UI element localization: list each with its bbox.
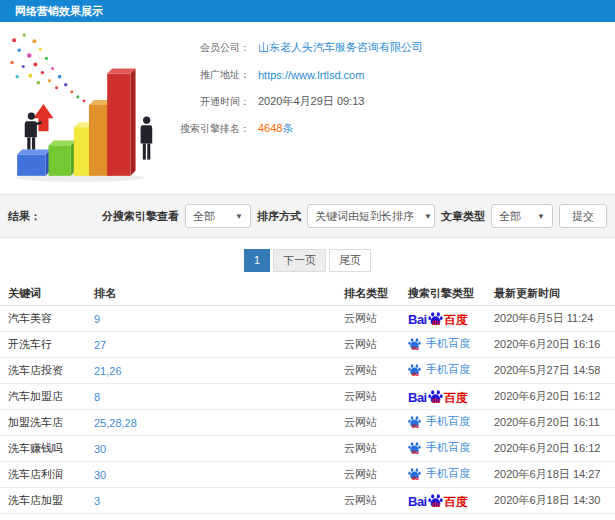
table-row: 洗车店投资21,26云网站du手机百度2020年5月27日 14:58 <box>0 358 615 384</box>
info-value: 2020年4月29日 09:13 <box>258 94 364 109</box>
engine-cell: Baidu百度 <box>400 311 486 326</box>
rank-cell[interactable]: 30 <box>86 443 336 455</box>
info-label: 推广地址： <box>172 68 250 82</box>
mobile-baidu-logo: du手机百度 <box>408 467 470 480</box>
info-row: 搜索引擎排名： 4648条 <box>172 115 607 142</box>
article-type-value: 全部 <box>499 209 521 224</box>
rank-type-cell: 云网站 <box>336 493 400 508</box>
mobile-baidu-logo: du手机百度 <box>408 337 470 350</box>
rank-cell[interactable]: 25,28,28 <box>86 417 336 429</box>
info-row: 会员公司： 山东老人头汽车服务咨询有限公司 <box>172 34 607 61</box>
table-row: 洗车店加盟3云网站Baidu百度2020年6月18日 14:30 <box>0 488 615 514</box>
baidu-paw-icon: du <box>408 415 421 428</box>
header-rank: 排名 <box>86 286 336 301</box>
growth-chart-illustration <box>4 26 176 188</box>
baidu-logo: Baidu百度 <box>408 311 468 326</box>
header-engine-type: 搜索引擎类型 <box>400 286 486 301</box>
rank-cell[interactable]: 3 <box>86 495 336 507</box>
bar-green <box>49 140 76 175</box>
baidu-logo-bai: Bai <box>408 313 427 326</box>
updated-cell: 2020年6月18日 14:30 <box>486 493 615 508</box>
baidu-logo-du: du <box>412 449 419 455</box>
filter-controls: 分搜索引擎查看 全部 ▼ 排序方式 关键词由短到长排序 ▼ 文章类型 全部 ▼ … <box>102 204 607 228</box>
table-header-row: 关键词 排名 排名类型 搜索引擎类型 最新更新时间 <box>0 282 615 306</box>
baidu-paw-icon: du <box>408 363 421 376</box>
info-section: 会员公司： 山东老人头汽车服务咨询有限公司 推广地址： https://www.… <box>0 22 615 194</box>
baidu-logo-du: du <box>432 397 441 404</box>
header-keyword: 关键词 <box>0 286 86 301</box>
info-row: 开通时间： 2020年4月29日 09:13 <box>172 88 607 115</box>
page-title: 网络营销效果展示 <box>15 4 103 19</box>
rank-cell[interactable]: 8 <box>86 391 336 403</box>
baidu-logo-du: du <box>432 501 441 508</box>
rank-type-cell: 云网站 <box>336 441 400 456</box>
keyword-cell: 汽车加盟店 <box>0 389 86 404</box>
rank-cell[interactable]: 27 <box>86 339 336 351</box>
rank-type-cell: 云网站 <box>336 363 400 378</box>
baidu-logo: Baidu百度 <box>408 389 468 404</box>
info-label: 开通时间： <box>172 95 250 109</box>
baidu-logo-du: du <box>412 423 419 429</box>
baidu-paw-icon: du <box>428 311 443 326</box>
baidu-logo: Baidu百度 <box>408 493 468 508</box>
last-page-button[interactable]: 尾页 <box>329 249 371 272</box>
submit-button[interactable]: 提交 <box>559 204 607 228</box>
rank-cell[interactable]: 21,26 <box>86 365 336 377</box>
rank-type-cell: 云网站 <box>336 415 400 430</box>
info-value[interactable]: https://www.lrtlsd.com <box>258 69 364 81</box>
updated-cell: 2020年6月20日 16:12 <box>486 389 615 404</box>
rank-cell[interactable]: 30 <box>86 469 336 481</box>
updated-cell: 2020年5月27日 14:58 <box>486 363 615 378</box>
page-button-current[interactable]: 1 <box>244 249 270 272</box>
title-bar: 网络营销效果展示 <box>0 0 615 22</box>
mobile-baidu-logo: du手机百度 <box>408 363 470 376</box>
updated-cell: 2020年6月18日 14:27 <box>486 467 615 482</box>
header-updated: 最新更新时间 <box>486 286 615 301</box>
info-label: 搜索引擎排名： <box>172 122 250 136</box>
engine-filter-label: 分搜索引擎查看 <box>102 209 179 224</box>
engine-cell: du手机百度 <box>400 467 486 482</box>
filter-bar: 结果： 分搜索引擎查看 全部 ▼ 排序方式 关键词由短到长排序 ▼ 文章类型 全… <box>0 194 615 238</box>
baidu-paw-icon: du <box>428 493 443 508</box>
info-value[interactable]: 山东老人头汽车服务咨询有限公司 <box>258 40 423 55</box>
engine-filter-select[interactable]: 全部 ▼ <box>185 204 251 228</box>
app-window: 网络营销效果展示 <box>0 0 615 520</box>
keyword-cell: 汽车美容 <box>0 311 86 326</box>
rank-type-cell: 云网站 <box>336 311 400 326</box>
mobile-baidu-logo: du手机百度 <box>408 415 470 428</box>
baidu-logo-du: du <box>412 371 419 377</box>
header-rank-type: 排名类型 <box>336 286 400 301</box>
table-row: 洗车店利润30云网站du手机百度2020年6月18日 14:27 <box>0 462 615 488</box>
results-table: 关键词 排名 排名类型 搜索引擎类型 最新更新时间 汽车美容9云网站Baidu百… <box>0 282 615 514</box>
next-page-button[interactable]: 下一页 <box>273 249 326 272</box>
engine-cell: Baidu百度 <box>400 493 486 508</box>
table-row: 洗车赚钱吗30云网站du手机百度2020年6月20日 16:12 <box>0 436 615 462</box>
rank-cell[interactable]: 9 <box>86 313 336 325</box>
bar-blue <box>17 149 50 175</box>
mobile-baidu-label: 手机百度 <box>426 468 470 479</box>
keyword-cell: 开洗车行 <box>0 337 86 352</box>
mobile-baidu-logo: du手机百度 <box>408 441 470 454</box>
mobile-baidu-label: 手机百度 <box>426 442 470 453</box>
table-row: 加盟洗车店25,28,28云网站du手机百度2020年6月20日 16:11 <box>0 410 615 436</box>
article-type-select[interactable]: 全部 ▼ <box>491 204 553 228</box>
engine-cell: Baidu百度 <box>400 389 486 404</box>
keyword-cell: 洗车店投资 <box>0 363 86 378</box>
baidu-logo-du: du <box>412 345 419 351</box>
rank-type-cell: 云网站 <box>336 389 400 404</box>
updated-cell: 2020年6月20日 16:12 <box>486 441 615 456</box>
table-body: 汽车美容9云网站Baidu百度2020年6月5日 11:24开洗车行27云网站d… <box>0 306 615 514</box>
confetti-dots <box>10 34 85 103</box>
keyword-cell: 洗车店利润 <box>0 467 86 482</box>
sort-value: 关键词由短到长排序 <box>315 209 414 224</box>
baidu-paw-icon: du <box>408 467 421 480</box>
sort-label: 排序方式 <box>257 209 301 224</box>
engine-cell: du手机百度 <box>400 337 486 352</box>
keyword-cell: 加盟洗车店 <box>0 415 86 430</box>
sort-select[interactable]: 关键词由短到长排序 ▼ <box>307 204 435 228</box>
baidu-logo-cn: 百度 <box>444 314 468 326</box>
updated-cell: 2020年6月20日 16:16 <box>486 337 615 352</box>
bar-red <box>107 69 135 176</box>
info-label: 会员公司： <box>172 41 250 55</box>
updated-cell: 2020年6月20日 16:11 <box>486 415 615 430</box>
